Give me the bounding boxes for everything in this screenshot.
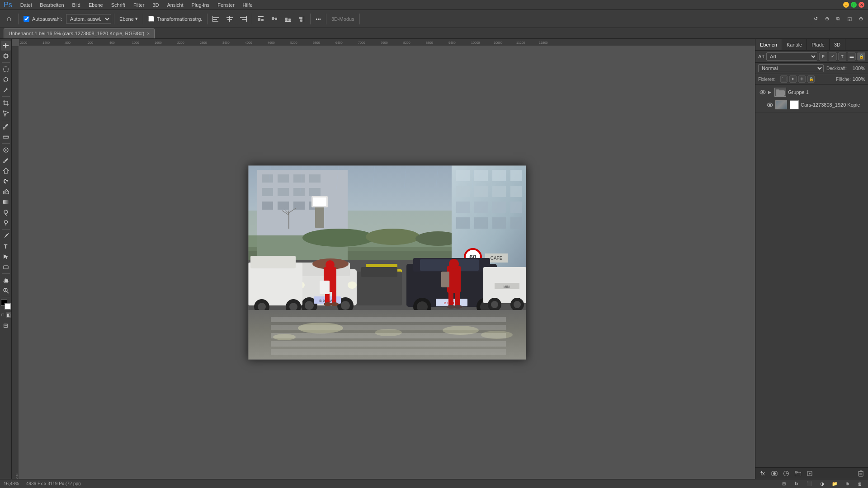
transform-checkbox-btn[interactable]: Transformationsstrg.	[146, 13, 204, 25]
lasso-tool-button[interactable]	[1, 75, 11, 84]
history-brush-button[interactable]	[1, 176, 11, 186]
color-swatch-area[interactable]	[1, 300, 11, 310]
layers-tab[interactable]: Ebenen	[755, 39, 782, 50]
text-tool-button[interactable]: T	[1, 241, 11, 251]
paths-tab[interactable]: Pfade	[807, 39, 830, 50]
filter-lock-button[interactable]: 🔒	[857, 52, 865, 61]
screen-mode-button[interactable]: ⊟	[1, 320, 11, 330]
healing-tool-button[interactable]	[1, 145, 11, 155]
crop-tool-button[interactable]	[1, 98, 11, 108]
distribute-top-button[interactable]	[255, 13, 267, 25]
blur-tool-button[interactable]	[1, 207, 11, 217]
artboard-tool-button[interactable]	[1, 51, 11, 61]
more-options-button[interactable]: •••	[313, 13, 323, 25]
fix-all-button[interactable]: 🔒	[807, 75, 815, 83]
background-color[interactable]	[5, 303, 11, 310]
hand-tool-button[interactable]	[1, 275, 11, 285]
gradient-tool-button[interactable]	[1, 197, 11, 207]
marquee-tool-button[interactable]	[1, 64, 11, 74]
fix-move-button[interactable]: ✛	[798, 75, 806, 83]
menu-schrift[interactable]: Schrift	[108, 1, 129, 9]
arrange-button[interactable]: ⧉	[834, 13, 842, 25]
3d-tab[interactable]: 3D	[830, 39, 845, 50]
blend-mode-dropdown[interactable]: Normal Aufhellen Abdunkeln Multipliziere…	[758, 64, 824, 72]
tab-close-button[interactable]: ×	[147, 31, 150, 36]
status-fx-button[interactable]: fx	[792, 480, 801, 488]
standard-mode-button[interactable]: □	[0, 312, 5, 318]
menu-datei[interactable]: Datei	[17, 1, 36, 9]
filter-dropdown[interactable]: Art Name Effekt Modus Attribut Farbe	[766, 52, 817, 61]
svg-point-96	[302, 229, 375, 247]
eyedropper-tool-button[interactable]	[1, 122, 11, 131]
align-left-button[interactable]	[210, 13, 222, 25]
minimize-button[interactable]: –	[843, 2, 849, 8]
menu-filter[interactable]: Filter	[130, 1, 148, 9]
status-mask-button[interactable]: ⬛	[805, 480, 814, 488]
filter-adj-button[interactable]: ✓	[829, 52, 837, 61]
eraser-tool-button[interactable]	[1, 187, 11, 197]
zoom-tool-button[interactable]	[1, 286, 11, 296]
channels-tab[interactable]: Kanäle	[782, 39, 807, 50]
dodge-tool-button[interactable]	[1, 218, 11, 228]
home-button[interactable]: ⌂	[3, 13, 15, 25]
svg-rect-106	[492, 186, 506, 197]
status-adj-button[interactable]: ◑	[817, 480, 826, 488]
filter-text-button[interactable]: T	[838, 52, 846, 61]
rotate-view-button[interactable]: ↺	[811, 13, 820, 25]
distribute-right-button[interactable]	[296, 13, 307, 25]
auto-select-check[interactable]	[24, 16, 29, 22]
wand-tool-button[interactable]	[1, 85, 11, 95]
brush-tool-button[interactable]	[1, 155, 11, 165]
group-visibility-icon[interactable]	[759, 89, 766, 96]
ruler-tool-button[interactable]	[1, 132, 11, 142]
menu-bearbeiten[interactable]: Bearbeiten	[36, 1, 67, 9]
fix-pixel-button[interactable]: ⬛	[780, 75, 788, 83]
align-right-button[interactable]	[237, 13, 249, 25]
artboard-toggle-button[interactable]: ◱	[845, 13, 854, 25]
layer-visibility-icon[interactable]	[766, 101, 774, 108]
status-delete-button[interactable]: 🗑	[855, 480, 864, 488]
distribute-middle-button[interactable]	[269, 13, 280, 25]
maximize-button[interactable]: □	[851, 2, 857, 8]
distribute-bottom-button[interactable]	[282, 13, 294, 25]
close-button[interactable]: ✕	[859, 2, 864, 8]
filter-pixel-button[interactable]: P	[819, 52, 827, 61]
fix-draw-button[interactable]: ✦	[789, 75, 797, 83]
child-layer-item[interactable]: Cars-1273808_1920 Kopie	[757, 99, 866, 111]
auto-select-checkbox[interactable]: Autoauswahl:	[21, 13, 64, 25]
new-layer-button[interactable]	[805, 469, 814, 478]
move-tool-button[interactable]	[1, 41, 11, 51]
layer-style-button[interactable]: fx	[758, 469, 767, 478]
group-layer-item[interactable]: ▶ Gruppe 1	[757, 86, 866, 99]
slice-tool-button[interactable]	[1, 108, 11, 118]
menu-plugins[interactable]: Plug-ins	[188, 1, 213, 9]
filter-shape-button[interactable]: ▬	[848, 52, 856, 61]
shape-tool-button[interactable]	[1, 262, 11, 272]
path-select-tool-button[interactable]	[1, 252, 11, 262]
status-timeline-button[interactable]: ⊞	[779, 480, 788, 488]
delete-layer-button[interactable]	[856, 469, 865, 478]
quick-mask-button[interactable]: ◧	[6, 312, 11, 318]
layer-mask-button[interactable]	[770, 469, 779, 478]
menu-fenster[interactable]: Fenster	[214, 1, 238, 9]
document-tab[interactable]: Unbenannt-1 bei 16,5% (cars-1273808_1920…	[4, 28, 155, 38]
menu-bild[interactable]: Bild	[69, 1, 84, 9]
group-expand-icon[interactable]: ▶	[768, 90, 773, 94]
menu-ansicht[interactable]: Ansicht	[163, 1, 187, 9]
menu-ebene[interactable]: Ebene	[85, 1, 107, 9]
plugins-button[interactable]: ⊕	[857, 13, 865, 25]
align-center-button[interactable]	[224, 13, 236, 25]
zoom-controls-button[interactable]: ⊕	[823, 13, 831, 25]
status-new-button[interactable]: ⊕	[843, 480, 852, 488]
auto-select-dropdown[interactable]: Autom. auswi. Ebene Gruppe	[66, 14, 111, 24]
adjustment-layer-button[interactable]	[782, 469, 791, 478]
ebene-button[interactable]: Ebene ▾	[117, 13, 140, 25]
menu-3d[interactable]: 3D	[149, 1, 162, 9]
status-group-button[interactable]: 📁	[830, 480, 839, 488]
pen-tool-button[interactable]	[1, 231, 11, 241]
svg-rect-155	[361, 267, 397, 277]
menu-hilfe[interactable]: Hilfe	[239, 1, 256, 9]
clone-tool-button[interactable]	[1, 166, 11, 176]
group-button[interactable]	[793, 469, 802, 478]
transform-checkbox[interactable]	[148, 16, 154, 22]
